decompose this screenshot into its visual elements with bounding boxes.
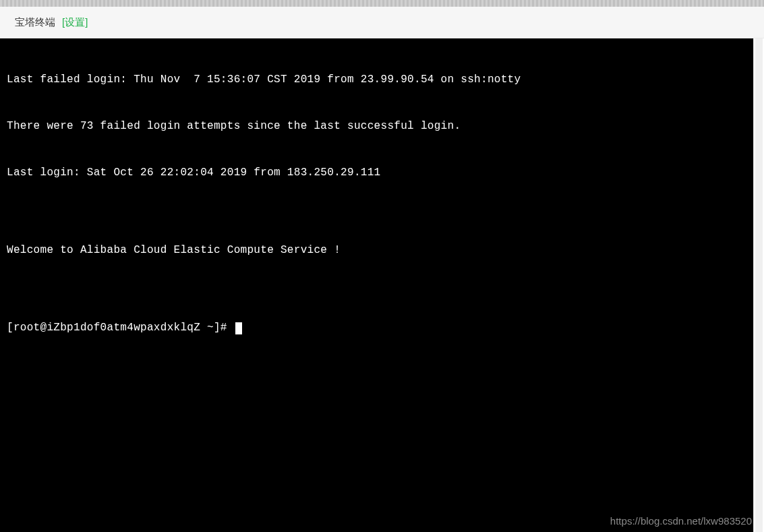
terminal-header: 宝塔终端 [设置]	[0, 7, 764, 38]
vertical-scrollbar[interactable]	[753, 38, 764, 532]
terminal-output-line: There were 73 failed login attempts sinc…	[7, 119, 746, 134]
terminal-wrapper: Last failed login: Thu Nov 7 15:36:07 CS…	[0, 38, 764, 532]
terminal-output-line: Last failed login: Thu Nov 7 15:36:07 CS…	[7, 72, 746, 88]
terminal-area[interactable]: Last failed login: Thu Nov 7 15:36:07 CS…	[0, 38, 753, 532]
terminal-output-line: Welcome to Alibaba Cloud Elastic Compute…	[7, 243, 746, 258]
terminal-prompt: [root@iZbp1dof0atm4wpaxdxklqZ ~]#	[7, 320, 234, 336]
window-top-strip	[0, 0, 764, 7]
terminal-prompt-line[interactable]: [root@iZbp1dof0atm4wpaxdxklqZ ~]#	[7, 320, 746, 336]
terminal-output-line: Last login: Sat Oct 26 22:02:04 2019 fro…	[7, 165, 746, 181]
scrollbar-thumb[interactable]	[755, 38, 763, 532]
terminal-title: 宝塔终端	[15, 16, 55, 29]
terminal-cursor	[235, 322, 242, 334]
settings-link[interactable]: [设置]	[62, 16, 88, 29]
